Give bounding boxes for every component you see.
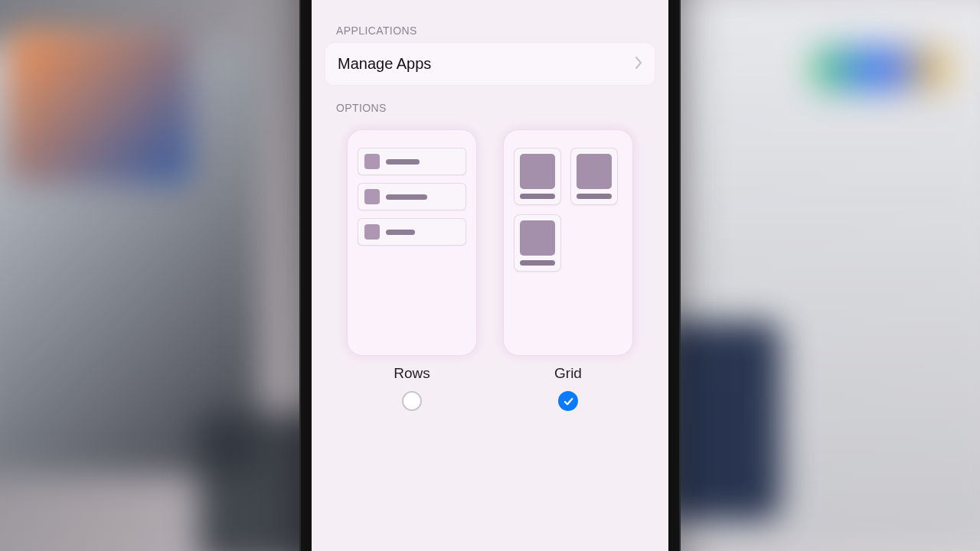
phone-frame: 11:47 100 Back Assistive Access APPLICAT… — [299, 0, 681, 551]
nav-bar: Back Assistive Access — [312, 0, 668, 3]
checkmark-icon — [563, 396, 574, 407]
phone-screen: 11:47 100 Back Assistive Access APPLICAT… — [312, 0, 668, 551]
grid-preview — [503, 129, 633, 356]
layout-option-grid[interactable]: Grid — [503, 129, 633, 411]
background-blur — [812, 46, 949, 92]
section-header-options: OPTIONS — [325, 85, 655, 120]
rows-option-label: Rows — [394, 365, 430, 382]
grid-option-label: Grid — [554, 365, 582, 382]
chevron-right-icon — [635, 55, 642, 73]
rows-radio[interactable] — [402, 391, 422, 411]
section-header-applications: APPLICATIONS — [325, 8, 655, 43]
background-blur — [8, 31, 191, 184]
layout-option-rows[interactable]: Rows — [347, 129, 477, 411]
rows-preview — [347, 129, 477, 356]
manage-apps-label: Manage Apps — [338, 55, 431, 73]
manage-apps-cell[interactable]: Manage Apps — [325, 43, 655, 85]
grid-radio[interactable] — [558, 391, 578, 411]
